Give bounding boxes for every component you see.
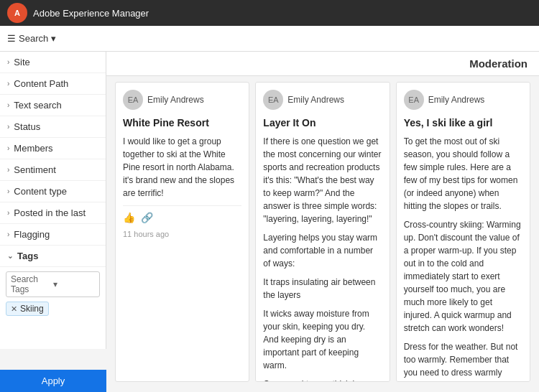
sidebar-item-label: Status [14, 121, 40, 132]
search-bar: ☰ Search ▾ [0, 26, 539, 52]
sidebar-item-label: Sentiment [14, 164, 56, 175]
chevron-right-icon: › [7, 101, 9, 109]
card-text: I would like to get a group together to … [123, 135, 241, 200]
moderation-header: Moderation [106, 52, 539, 76]
tags-dropdown-icon: ▾ [53, 279, 96, 289]
card-header: EA Emily Andrews [123, 90, 241, 110]
chevron-right-icon: › [7, 166, 9, 174]
card-title: Yes, I ski like a girl [404, 116, 522, 131]
sidebar-item-label: Content type [14, 186, 67, 197]
card-ski-like-girl: EA Emily Andrews Yes, I ski like a girl … [396, 82, 530, 382]
sidebar-item-sentiment[interactable]: › Sentiment [0, 159, 106, 181]
main-layout: › Site › Content Path › Text search › St… [0, 52, 539, 392]
chevron-down-icon: ▾ [51, 33, 56, 44]
sidebar-item-label: Posted in the last [14, 207, 86, 218]
sidebar-item-posted-in[interactable]: › Posted in the last [0, 202, 106, 224]
timestamp: 11 hours ago [123, 228, 241, 241]
sidebar-item-content-path[interactable]: › Content Path [0, 73, 106, 95]
card-text: Compared to one thick layer, multiple th… [263, 378, 382, 382]
avatar: EA [404, 90, 424, 110]
chevron-right-icon: › [7, 230, 9, 238]
sidebar: › Site › Content Path › Text search › St… [0, 52, 106, 349]
card-header: EA Emily Andrews [263, 90, 382, 110]
cards-container: EA Emily Andrews White Pine Resort I wou… [106, 76, 539, 388]
card-layer-it-on: EA Emily Andrews Layer It On If there is… [255, 82, 390, 382]
card-text: Layering helps you stay warm and comfort… [263, 231, 382, 270]
chevron-right-icon: › [7, 80, 9, 88]
sidebar-item-content-type[interactable]: › Content type [0, 181, 106, 202]
card-footer: 👍 🔗 [123, 205, 241, 225]
link-icon[interactable]: 🔗 [141, 210, 153, 225]
apply-button[interactable]: Apply [0, 370, 106, 392]
thumbs-up-icon[interactable]: 👍 [123, 210, 135, 225]
user-name: Emily Andrews [287, 93, 344, 106]
user-name: Emily Andrews [147, 93, 204, 106]
search-button[interactable]: ☰ Search ▾ [7, 33, 56, 44]
sidebar-wrapper: › Site › Content Path › Text search › St… [0, 52, 106, 392]
card-header: EA Emily Andrews [404, 90, 522, 110]
sidebar-item-tags[interactable]: ⌄ Tags [0, 246, 106, 267]
chevron-right-icon: › [7, 187, 9, 195]
card-body: If there is one question we get the most… [263, 135, 382, 382]
sidebar-item-status[interactable]: › Status [0, 116, 106, 138]
card-body: To get the most out of ski season, you s… [404, 135, 522, 382]
tags-area: Search Tags ▾ ✕ Skiing [0, 267, 106, 320]
card-white-pine-resort: EA Emily Andrews White Pine Resort I wou… [115, 82, 249, 382]
sidebar-item-label: Members [14, 143, 52, 154]
tags-search-input[interactable]: Search Tags ▾ [6, 271, 100, 297]
avatar: EA [123, 90, 143, 110]
avatar: EA [263, 90, 283, 110]
sidebar-item-label: Text search [14, 100, 61, 111]
card-text: Cross-country skiing: Warming up. Don't … [404, 218, 522, 335]
sidebar-item-label: Flagging [14, 229, 50, 240]
chevron-right-icon: › [7, 58, 9, 66]
sidebar-item-label: Site [14, 57, 29, 67]
tag-label: Skiing [20, 304, 44, 314]
app-title: Adobe Experience Manager [33, 8, 149, 19]
sidebar-item-flagging[interactable]: › Flagging [0, 224, 106, 246]
card-text: To get the most out of ski season, you s… [404, 135, 522, 213]
app-logo: A [7, 3, 27, 23]
top-bar: A Adobe Experience Manager [0, 0, 539, 26]
sidebar-item-members[interactable]: › Members [0, 138, 106, 159]
tags-search-label: Search Tags [11, 274, 53, 294]
chevron-down-icon: ⌄ [7, 252, 13, 260]
card-text: It wicks away moisture from your skin, k… [263, 307, 382, 372]
card-body: I would like to get a group together to … [123, 135, 241, 200]
card-title: White Pine Resort [123, 116, 241, 131]
card-title: Layer It On [263, 116, 382, 131]
card-text: It traps insulating air between the laye… [263, 276, 382, 302]
card-text: Dress for the weather. But not too warml… [404, 340, 522, 382]
card-text: If there is one question we get the most… [263, 135, 382, 225]
chevron-right-icon: › [7, 123, 9, 131]
sidebar-item-label: Tags [17, 251, 38, 261]
chevron-right-icon: › [7, 209, 9, 217]
sidebar-item-text-search[interactable]: › Text search [0, 95, 106, 116]
sidebar-item-label: Content Path [14, 78, 68, 89]
sidebar-item-site[interactable]: › Site [0, 52, 106, 73]
content-area: Moderation EA Emily Andrews White Pine R… [106, 52, 539, 392]
chevron-right-icon: › [7, 144, 9, 152]
remove-tag-button[interactable]: ✕ [11, 304, 17, 314]
user-name: Emily Andrews [428, 93, 485, 106]
search-icon: ☰ [7, 33, 16, 44]
tag-skiing: ✕ Skiing [6, 302, 49, 316]
